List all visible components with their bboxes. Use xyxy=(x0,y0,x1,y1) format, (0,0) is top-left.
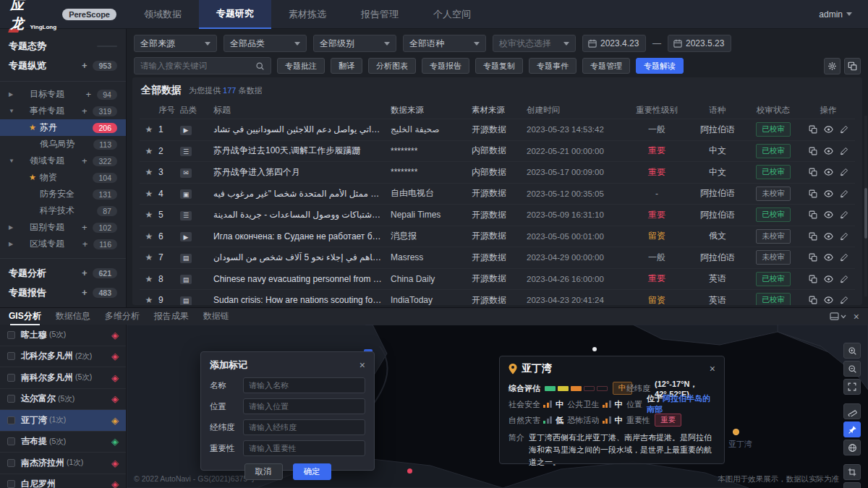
copy-icon[interactable] xyxy=(809,210,817,219)
geo-location-row[interactable]: 达尔富尔 (5次) ◈ xyxy=(0,389,126,411)
sidebar-tree-item[interactable]: ▶ 国别专题 + 102 xyxy=(0,219,126,236)
nav-tab[interactable]: 素材拣选 xyxy=(271,0,344,29)
nav-tab[interactable]: 个人空间 xyxy=(416,0,488,29)
sidebar-tree-item[interactable]: ▼ 领域专题 + 322 xyxy=(0,153,126,169)
view-icon[interactable] xyxy=(824,147,833,155)
favorite-star-icon[interactable]: ★ xyxy=(145,295,153,305)
view-icon[interactable] xyxy=(824,296,833,304)
geo-location-row[interactable]: 喀土穆 (5次) ◈ xyxy=(0,325,126,346)
sidebar-tree-item[interactable]: ★ 苏丹 206 xyxy=(0,119,126,136)
favorite-star-icon[interactable]: ★ xyxy=(145,189,153,199)
sidebar-section[interactable]: 专题报告 + 483 xyxy=(0,283,126,302)
location-checkbox[interactable] xyxy=(7,416,15,424)
bottom-tab[interactable]: 报告成果 xyxy=(154,308,189,325)
nav-tab[interactable]: 领域数据 xyxy=(127,0,199,29)
dialog-input[interactable] xyxy=(243,440,365,456)
edit-icon[interactable] xyxy=(840,296,848,304)
nav-tab[interactable]: 报告管理 xyxy=(344,0,416,29)
favorite-star-icon[interactable]: ★ xyxy=(145,124,153,134)
geo-location-row[interactable]: 北科尔多凡州 (2次) ◈ xyxy=(0,346,126,368)
filter-select[interactable]: 全部来源 xyxy=(134,35,217,52)
view-icon[interactable] xyxy=(824,253,833,262)
favorite-star-icon[interactable]: ★ xyxy=(145,231,153,241)
filter-select[interactable]: 校审状态选择 xyxy=(493,35,576,52)
view-icon[interactable] xyxy=(824,125,833,134)
sidebar-tree-item[interactable]: 防务安全 131 xyxy=(0,186,126,202)
geo-location-row[interactable]: 白尼罗州 ◈ xyxy=(0,474,126,488)
edit-icon[interactable] xyxy=(840,210,848,219)
location-checkbox[interactable] xyxy=(7,437,15,445)
edit-icon[interactable] xyxy=(840,168,848,176)
copy-icon[interactable] xyxy=(809,296,817,304)
layout-button[interactable] xyxy=(844,58,861,74)
location-checkbox[interactable] xyxy=(7,352,15,360)
dialog-input[interactable] xyxy=(243,419,365,435)
favorite-star-icon[interactable]: ★ xyxy=(145,146,153,156)
copy-icon[interactable] xyxy=(809,275,817,283)
filter-select[interactable]: 全部品类 xyxy=(224,35,307,52)
tree-arrow-icon[interactable]: ▶ xyxy=(9,91,19,98)
geo-location-row[interactable]: 南科尔多凡州 (5次) ◈ xyxy=(0,367,126,389)
close-icon[interactable]: × xyxy=(710,364,715,374)
edit-icon[interactable] xyxy=(840,275,848,283)
edit-icon[interactable] xyxy=(840,232,848,241)
table-row[interactable]: ★ 8 ▤ Chinese navy evacuating personnel … xyxy=(140,268,855,290)
dialog-input[interactable] xyxy=(243,398,365,414)
fullscreen-button[interactable] xyxy=(843,379,861,395)
close-panel-button[interactable]: × xyxy=(854,311,859,322)
video-button[interactable] xyxy=(843,482,861,488)
table-row[interactable]: ★ 3 ✉ 苏丹战争进入第四个月 ******** 内部数据 2023-05-1… xyxy=(140,161,855,183)
location-checkbox[interactable] xyxy=(7,459,15,467)
tree-arrow-icon[interactable]: ▼ xyxy=(9,108,19,114)
copy-icon[interactable] xyxy=(809,232,817,241)
toolbar-button[interactable]: 分析图表 xyxy=(368,58,416,74)
user-menu[interactable]: admin xyxy=(819,9,868,20)
filter-select[interactable]: 全部级别 xyxy=(313,35,396,52)
view-icon[interactable] xyxy=(824,189,833,198)
favorite-star-icon[interactable]: ★ xyxy=(145,274,153,284)
table-row[interactable]: ★ 6 ▶ Игла окончена: в Судане не работае… xyxy=(140,226,855,247)
toolbar-button[interactable]: 翻译 xyxy=(331,58,362,74)
view-icon[interactable] xyxy=(824,275,833,283)
screenshot-button[interactable] xyxy=(843,464,861,480)
sidebar-tree-item[interactable]: ▼ 事件专题 + 319 xyxy=(0,103,126,119)
sidebar-tree-item[interactable]: ★ 物资 104 xyxy=(0,169,126,186)
bottom-tab[interactable]: GIS分析 xyxy=(9,308,41,325)
panel-toggle-button[interactable] xyxy=(830,312,846,320)
copy-icon[interactable] xyxy=(809,147,817,155)
favorite-star-icon[interactable]: ★ xyxy=(145,210,153,220)
confirm-button[interactable]: 确定 xyxy=(293,463,331,480)
globe-button[interactable] xyxy=(843,440,861,455)
close-icon[interactable]: × xyxy=(359,360,365,370)
table-row[interactable]: ★ 1 ▶ الفريق الإنساني الإماراتي يواصل دع… xyxy=(140,119,855,140)
edit-icon[interactable] xyxy=(840,189,848,198)
location-checkbox[interactable] xyxy=(7,395,15,403)
location-checkbox[interactable] xyxy=(7,331,15,339)
dialog-input[interactable] xyxy=(243,377,365,393)
geo-location-row[interactable]: 南杰济拉州 (1次) ◈ xyxy=(0,453,126,474)
view-icon[interactable] xyxy=(824,210,833,219)
add-icon[interactable]: + xyxy=(82,239,88,249)
location-checkbox[interactable] xyxy=(7,374,15,382)
nav-tab[interactable]: 专题研究 xyxy=(199,0,271,29)
sidebar-tree-item[interactable]: ▶ 目标专题 + 94 xyxy=(0,86,126,103)
edit-icon[interactable] xyxy=(840,253,848,262)
table-row[interactable]: ★ 7 ▤ السعودية تُساهم في إجلاء نحو 5 آلا… xyxy=(140,247,855,268)
measure-button[interactable] xyxy=(843,403,861,419)
map-dot-yellow[interactable] xyxy=(733,429,739,435)
toolbar-button[interactable]: 专题解读 xyxy=(636,58,684,74)
copy-icon[interactable] xyxy=(809,125,817,134)
add-icon[interactable]: + xyxy=(82,155,88,166)
toolbar-button[interactable]: 专题事件 xyxy=(529,58,576,74)
table-scrollbar[interactable] xyxy=(864,116,867,296)
sidebar-tree-item[interactable]: 科学技术 87 xyxy=(0,202,126,219)
cancel-button[interactable]: 取消 xyxy=(244,463,283,480)
add-icon[interactable]: + xyxy=(82,267,88,278)
search-icon[interactable] xyxy=(255,61,265,71)
location-checkbox[interactable] xyxy=(7,480,15,488)
sidebar-section[interactable]: 专题分析 + 621 xyxy=(0,263,126,283)
table-row[interactable]: ★ 9 ▤ Sudan crisis: How are nations scou… xyxy=(140,289,855,305)
geo-location-row[interactable]: 亚丁湾 (1次) ◈ xyxy=(0,410,126,432)
sidebar-tree-item[interactable]: ▶ 区域专题 + 116 xyxy=(0,236,126,252)
edit-icon[interactable] xyxy=(840,125,848,134)
